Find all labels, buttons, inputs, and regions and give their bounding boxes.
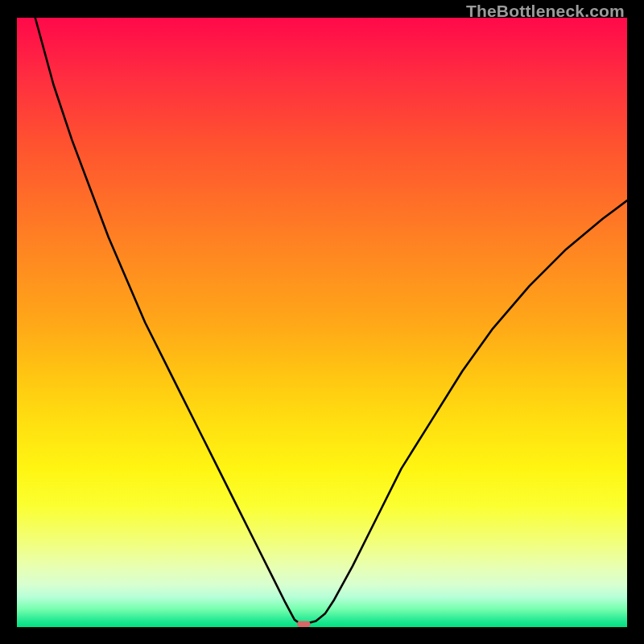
optimal-point-marker [297, 621, 311, 627]
gradient-background [17, 18, 627, 627]
bottleneck-chart [17, 18, 627, 627]
plot-area [17, 18, 627, 627]
chart-frame: TheBottleneck.com [0, 0, 644, 644]
